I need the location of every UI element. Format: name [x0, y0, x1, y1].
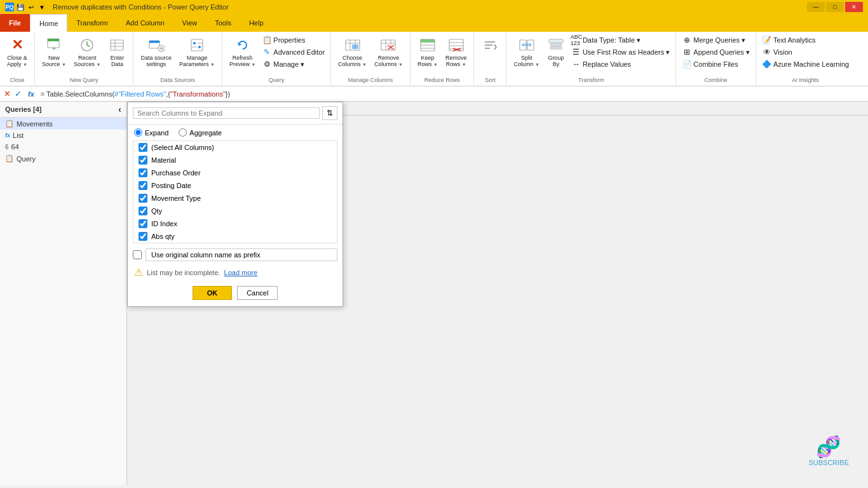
- replace-values-label: Replace Values: [583, 60, 631, 68]
- manage-parameters-button[interactable]: ManageParameters ▼: [176, 34, 218, 70]
- purchase-order-checkbox[interactable]: [139, 168, 147, 177]
- manage-label: Manage ▾: [273, 60, 304, 69]
- data-type-icon: ABC123: [571, 35, 581, 45]
- advanced-editor-button[interactable]: ✎ Advanced Editor: [260, 46, 327, 58]
- aggregate-radio-label[interactable]: Aggregate: [179, 128, 222, 137]
- posting-date-checkbox[interactable]: [139, 181, 147, 190]
- close-group-label: Close: [10, 76, 24, 83]
- search-columns-input[interactable]: [133, 107, 320, 119]
- split-column-button[interactable]: ⟺ SplitColumn ▼: [510, 34, 542, 70]
- fx-list-icon: fx: [5, 132, 10, 139]
- list-item-material[interactable]: Material: [133, 154, 337, 166]
- ok-button[interactable]: OK: [193, 286, 233, 300]
- append-queries-button[interactable]: ⊞ Append Queries ▾: [680, 46, 752, 58]
- tab-home[interactable]: Home: [30, 14, 67, 32]
- movement-type-checkbox[interactable]: [139, 194, 147, 203]
- tab-add-column[interactable]: Add Column: [117, 14, 173, 32]
- keep-rows-button[interactable]: KeepRows ▼: [414, 34, 441, 70]
- combine-files-icon: 📄: [682, 59, 692, 69]
- sidebar-item-64[interactable]: 6 64: [0, 141, 126, 152]
- sort-asc-button[interactable]: [478, 34, 502, 56]
- azure-ml-button[interactable]: 🔷 Azure Machine Learning: [760, 58, 851, 70]
- choose-columns-icon: [344, 36, 362, 54]
- sort-columns-button[interactable]: ⇅: [322, 106, 337, 120]
- list-item-select-all[interactable]: (Select All Columns): [133, 141, 337, 154]
- posting-date-label: Posting Date: [151, 182, 191, 189]
- formula-confirm-button[interactable]: ✓: [15, 89, 22, 98]
- sidebar-item-movements[interactable]: 📋 Movements: [0, 118, 126, 130]
- cancel-button[interactable]: Cancel: [237, 286, 278, 300]
- group-by-label: GroupBy: [548, 55, 564, 68]
- list-item-id-index[interactable]: ID Index: [133, 217, 337, 230]
- remove-columns-label: RemoveColumns ▼: [374, 55, 403, 68]
- replace-values-button[interactable]: ↔ Replace Values: [569, 58, 672, 70]
- new-query-content: + NewSource ▼ RecentSources ▼ EnterData: [39, 34, 129, 76]
- sidebar-collapse-button[interactable]: ‹: [118, 104, 121, 114]
- main-area: Queries [4] ‹ 📋 Movements fx List 6 64 📋…: [0, 102, 868, 485]
- properties-label: Properties: [273, 36, 305, 44]
- refresh-preview-button[interactable]: RefreshPreview ▼: [226, 34, 259, 70]
- list-item-posting-date[interactable]: Posting Date: [133, 179, 337, 192]
- select-all-checkbox[interactable]: [139, 143, 147, 152]
- data-type-button[interactable]: ABC123 Data Type: Table ▾: [569, 34, 672, 46]
- tab-view[interactable]: View: [173, 14, 207, 32]
- sidebar-header: Queries [4] ‹: [0, 102, 126, 118]
- undo-icon[interactable]: ↩: [27, 3, 36, 11]
- tab-transform[interactable]: Transform: [67, 14, 117, 32]
- minimize-button[interactable]: —: [807, 2, 825, 12]
- subscribe-label: SUBSCRIBE: [808, 459, 849, 466]
- reduce-rows-label: Reduce Rows: [424, 76, 460, 83]
- ribbon-group-data-sources: Data sourcesettings ManageParameters ▼ D…: [133, 33, 222, 85]
- remove-rows-button[interactable]: RemoveRows ▼: [442, 34, 470, 70]
- list-item-abs-qty[interactable]: Abs qty: [133, 230, 337, 243]
- new-source-label: NewSource ▼: [42, 55, 66, 68]
- save-icon[interactable]: 💾: [16, 3, 25, 11]
- close-button[interactable]: ✕: [845, 2, 863, 12]
- expand-radio[interactable]: [134, 128, 142, 137]
- material-checkbox[interactable]: [139, 156, 147, 165]
- combine-files-button[interactable]: 📄 Combine Files: [680, 58, 752, 70]
- data-source-settings-button[interactable]: Data sourcesettings: [137, 34, 175, 70]
- sidebar-item-fx[interactable]: fx List: [0, 130, 126, 141]
- aggregate-radio[interactable]: [179, 128, 187, 137]
- select-all-label: (Select All Columns): [151, 144, 214, 151]
- subscribe-watermark: 🧬 SUBSCRIBE: [808, 435, 849, 466]
- fx-label: fx: [25, 90, 37, 98]
- combine-files-label: Combine Files: [693, 60, 738, 68]
- new-source-button[interactable]: + NewSource ▼: [39, 34, 69, 70]
- list-item-movement-type[interactable]: Movement Type: [133, 192, 337, 205]
- text-analytics-button[interactable]: 📝 Text Analytics: [760, 34, 851, 46]
- tab-file[interactable]: File: [0, 14, 30, 32]
- choose-columns-button[interactable]: ChooseColumns ▼: [335, 34, 370, 70]
- abs-qty-checkbox[interactable]: [139, 232, 147, 241]
- load-more-link[interactable]: Load more: [224, 269, 258, 276]
- expand-label: Expand: [145, 129, 168, 137]
- remove-columns-button[interactable]: RemoveColumns ▼: [371, 34, 406, 70]
- properties-button[interactable]: 📋 Properties: [260, 34, 327, 46]
- dropdown-icon[interactable]: ▼: [37, 3, 46, 11]
- prefix-label[interactable]: Use original column name as prefix: [146, 248, 337, 261]
- expand-radio-label[interactable]: Expand: [134, 128, 168, 137]
- manage-button[interactable]: ⚙ Manage ▾: [260, 58, 327, 70]
- ribbon: ✕ Close &Apply ▼ Close + NewSource ▼ Rec…: [0, 32, 868, 86]
- formula-cancel-button[interactable]: ✕: [4, 89, 11, 98]
- id-index-checkbox[interactable]: [139, 219, 147, 228]
- close-apply-button[interactable]: ✕ Close &Apply ▼: [4, 34, 31, 70]
- first-row-headers-button[interactable]: ☰ Use First Row as Headers ▾: [569, 46, 672, 58]
- qty-checkbox[interactable]: [139, 207, 147, 215]
- tab-help[interactable]: Help: [240, 14, 273, 32]
- prefix-checkbox[interactable]: [133, 250, 142, 259]
- title-bar-icons: PQ 💾 ↩ ▼: [5, 3, 46, 11]
- maximize-button[interactable]: □: [826, 2, 844, 12]
- group-by-button[interactable]: GroupBy: [544, 34, 568, 70]
- tab-tools[interactable]: Tools: [206, 14, 240, 32]
- enter-data-button[interactable]: EnterData: [105, 34, 129, 70]
- recent-sources-button[interactable]: RecentSources ▼: [71, 34, 104, 70]
- query-icon: 📋: [5, 154, 14, 163]
- remove-rows-label: RemoveRows ▼: [445, 55, 467, 68]
- list-item-qty[interactable]: Qty: [133, 205, 337, 217]
- vision-button[interactable]: 👁 Vision: [760, 46, 851, 58]
- list-item-purchase-order[interactable]: Purchase Order: [133, 166, 337, 179]
- merge-queries-button[interactable]: ⊕ Merge Queries ▾: [680, 34, 752, 46]
- sidebar-item-query[interactable]: 📋 Query: [0, 152, 126, 165]
